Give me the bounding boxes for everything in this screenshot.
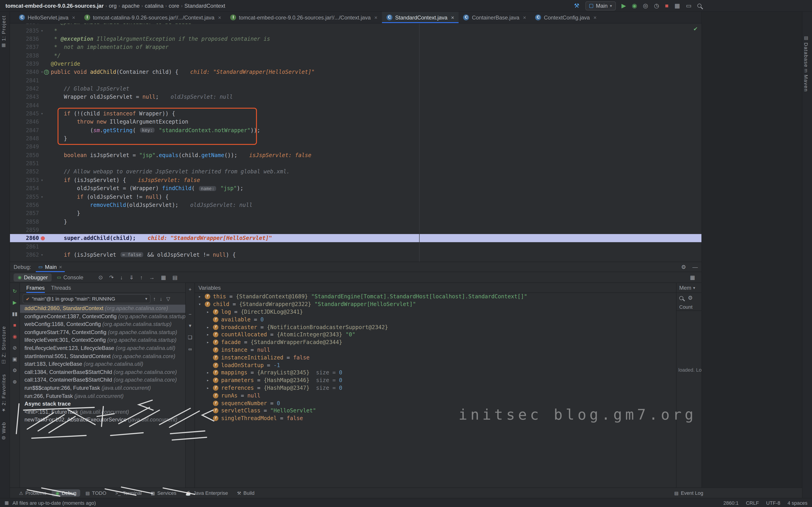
editor-tab[interactable]: CContextConfig.java× (530, 12, 601, 23)
code-line[interactable]: 2849 (10, 143, 701, 151)
tool-window-stripe-button[interactable]: ◫Z: Structure (1, 326, 6, 364)
line-ending-widget[interactable]: CRLF (746, 500, 759, 505)
tab-threads[interactable]: Threads (51, 284, 71, 291)
pause-icon[interactable]: ▮▮ (12, 311, 17, 317)
run-to-cursor-icon[interactable]: → (149, 274, 155, 280)
code-line[interactable]: 2842 // Global JspServlet (10, 84, 701, 93)
breadcrumb-segment[interactable]: catalina (145, 2, 164, 9)
line-number[interactable]: 2835 (10, 27, 41, 34)
hide-panel-icon[interactable]: — (692, 264, 698, 270)
breadcrumb-segment[interactable]: org (109, 2, 117, 9)
code-line[interactable]: 2843 Wrapper oldJspServlet = null;oldJsp… (10, 93, 701, 101)
variable-row[interactable]: ▸freferences = {HashMap@2347} size = 0 (195, 384, 676, 392)
code-line[interactable]: 2857 } (10, 209, 701, 218)
tool-window-stripe-button[interactable]: ◍Web (1, 422, 6, 441)
overriding-method-icon[interactable]: O (44, 70, 49, 75)
line-number[interactable]: 2860 (10, 235, 41, 241)
code-line[interactable]: 2853▾ if (isJspServlet) {isJspServlet: f… (10, 176, 701, 184)
line-number[interactable]: 2853 (10, 177, 41, 183)
tool-windows-icon[interactable]: ▦ (674, 2, 680, 9)
chevron-down-icon[interactable]: ▾ (189, 323, 191, 329)
line-number[interactable]: 2851 (10, 160, 41, 167)
memory-header[interactable]: Mem ▾ (676, 283, 701, 293)
encoding-widget[interactable]: UTF-8 (766, 500, 780, 505)
code-line[interactable]: 2856 removeChild(oldJspServlet);oldJspSe… (10, 201, 701, 209)
variable-row[interactable]: ▸ffacade = {StandardWrapperFacade@2344} (195, 339, 676, 346)
editor-tab[interactable]: Itomcat-catalina-9.0.26-sources.jar!/...… (80, 12, 226, 23)
variable-row[interactable]: frunAs = null (195, 392, 676, 399)
rerun-icon[interactable]: ↻ (13, 288, 17, 294)
search-icon[interactable] (679, 296, 683, 300)
resume-icon[interactable]: ▶ (13, 300, 17, 305)
caret-position-widget[interactable]: 2860:1 (723, 500, 739, 505)
stack-frame-row[interactable]: call:1384, ContainerBase$StartChild (org… (20, 369, 185, 377)
search-everywhere-icon[interactable] (697, 4, 701, 8)
prev-frame-icon[interactable]: ↑ (153, 296, 156, 302)
tool-window-stripe-button[interactable]: ▤Database (803, 35, 809, 67)
variable-row[interactable]: ▸fmappings = {ArrayList@2345} size = 0 (195, 369, 676, 377)
tool-window-button-build[interactable]: ⚒Build (233, 489, 258, 497)
breadcrumb-segment[interactable]: apache (122, 2, 140, 9)
step-out-icon[interactable]: ↑ (140, 274, 143, 280)
variable-row[interactable]: floadOnStartup = -1 (195, 361, 676, 369)
variable-row[interactable]: ▸fbroadcaster = {NotificationBroadcaster… (195, 323, 676, 331)
line-number[interactable]: 2834 (10, 23, 41, 25)
code-editor[interactable]: 2834 * @param child Child container to b… (10, 23, 701, 262)
coverage-icon[interactable]: ◎ (643, 2, 648, 9)
variable-row[interactable]: ▸flog = {DirectJDKLog@2341} (195, 308, 676, 316)
code-line[interactable]: 2861 (10, 242, 701, 251)
code-line[interactable]: 2838 */ (10, 51, 701, 60)
tree-chevron-icon[interactable]: ▾ (198, 302, 205, 306)
tool-window-button-java-enterprise[interactable]: ☕Java Enterprise (182, 489, 232, 497)
line-number[interactable]: 2847 (10, 127, 41, 133)
show-watches-icon[interactable]: ∞ (188, 346, 192, 352)
settings-gear-icon[interactable]: ⚙ (681, 264, 686, 270)
code-line[interactable]: 2858 } (10, 218, 701, 226)
tool-window-button-problems[interactable]: ⚠Problems (15, 489, 50, 497)
restore-layout-icon[interactable]: ▦ (690, 274, 695, 280)
stack-frame-row[interactable]: run$$$capture:266, FutureTask (java.util… (20, 384, 185, 392)
run-icon[interactable]: ▶ (621, 2, 626, 9)
code-line[interactable]: 2836 * @exception IllegalArgumentExcepti… (10, 35, 701, 43)
line-number[interactable]: 2859 (10, 227, 41, 233)
stack-frame-row[interactable]: call:1374, ContainerBase$StartChild (org… (20, 377, 185, 384)
add-watch-icon[interactable]: + (189, 287, 192, 292)
line-number[interactable]: 2858 (10, 218, 41, 225)
gear-icon[interactable]: ⚙ (688, 295, 693, 301)
tree-chevron-icon[interactable]: ▸ (207, 386, 213, 390)
fold-marker-icon[interactable]: ▾ (41, 252, 43, 257)
code-line[interactable]: 2841 (10, 76, 701, 84)
close-tab-icon[interactable]: × (593, 14, 597, 20)
hide-frames-filter-icon[interactable]: ▽ (166, 296, 170, 302)
fold-marker-icon[interactable]: ▾ (41, 111, 43, 116)
stop-icon[interactable]: ■ (665, 2, 669, 9)
stack-frame-row[interactable]: startInternal:5051, StandardContext (org… (20, 352, 185, 360)
thread-selector[interactable]: ✔ "main"@1 in group "main": RUNNING ▾ (23, 294, 150, 303)
line-number[interactable]: 2852 (10, 169, 41, 175)
tree-chevron-icon[interactable]: ▸ (207, 333, 213, 337)
code-line[interactable]: 2840▾Opublic void addChild(Container chi… (10, 68, 701, 76)
code-line[interactable]: 2845▾ if (!(child instanceof Wrapper)) { (10, 110, 701, 118)
line-number[interactable]: 2836 (10, 36, 41, 42)
indent-widget[interactable]: 4 spaces (788, 500, 807, 505)
fold-marker-icon[interactable]: ▾ (41, 178, 43, 182)
tree-chevron-icon[interactable]: ▸ (207, 340, 213, 344)
debug-bug-icon[interactable]: ◉ (632, 2, 637, 9)
code-line[interactable]: 2852 // Allow webapp to override JspServ… (10, 168, 701, 176)
stack-frame-row[interactable]: run:266, FutureTask (java.util.concurren… (20, 392, 185, 400)
step-over-icon[interactable]: ↷ (109, 274, 114, 280)
editor-tab[interactable]: CContainerBase.java× (459, 12, 531, 23)
tree-chevron-icon[interactable]: ▸ (207, 325, 213, 329)
next-frame-icon[interactable]: ↓ (160, 296, 162, 302)
stack-frame-row[interactable]: webConfig:1168, ContextConfig (org.apach… (20, 321, 185, 328)
code-line[interactable]: 2846 throw new IllegalArgumentException (10, 118, 701, 126)
code-line[interactable]: 2860 super.addChild(child);child: "Stand… (10, 234, 701, 242)
variable-row[interactable]: fservletClass = "HelloServlet" (195, 407, 676, 415)
tree-chevron-icon[interactable]: ▸ (207, 371, 213, 375)
view-options-icon[interactable]: ▤ (172, 274, 177, 280)
code-line[interactable]: 2850 boolean isJspServlet = "jsp".equals… (10, 151, 701, 159)
line-number[interactable]: 2844 (10, 102, 41, 108)
close-tab-icon[interactable]: × (523, 14, 526, 20)
line-number[interactable]: 2849 (10, 144, 41, 150)
stack-frame-row[interactable]: lifecycleEvent:301, ContextConfig (org.a… (20, 337, 185, 344)
